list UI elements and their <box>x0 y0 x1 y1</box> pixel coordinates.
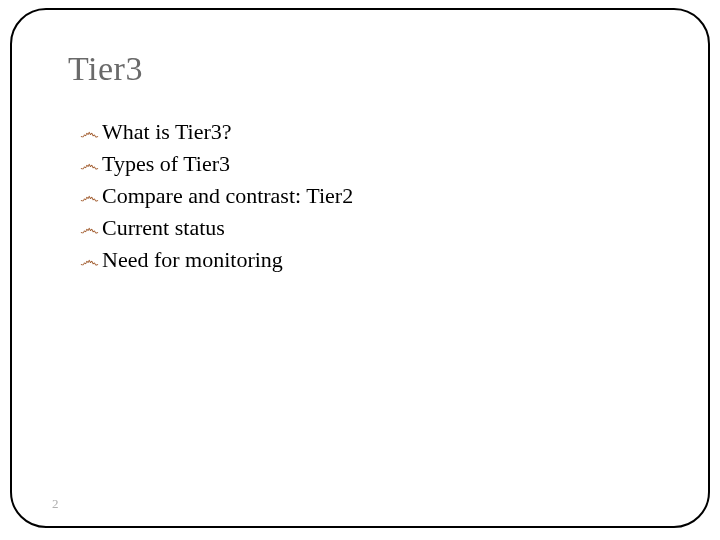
bullet-icon: ෴ <box>80 214 100 243</box>
bullet-text: Need for monitoring <box>102 244 283 276</box>
list-item: ෴ Types of Tier3 <box>80 148 652 180</box>
list-item: ෴ Need for monitoring <box>80 244 652 276</box>
slide-frame: Tier3 ෴ What is Tier3? ෴ Types of Tier3 … <box>10 8 710 528</box>
page-number: 2 <box>52 496 59 512</box>
bullet-text: Current status <box>102 212 225 244</box>
list-item: ෴ Current status <box>80 212 652 244</box>
slide-title: Tier3 <box>68 50 652 88</box>
bullet-icon: ෴ <box>80 118 100 147</box>
list-item: ෴ Compare and contrast: Tier2 <box>80 180 652 212</box>
bullet-list: ෴ What is Tier3? ෴ Types of Tier3 ෴ Comp… <box>80 116 652 275</box>
bullet-text: Types of Tier3 <box>102 148 230 180</box>
list-item: ෴ What is Tier3? <box>80 116 652 148</box>
bullet-icon: ෴ <box>80 246 100 275</box>
bullet-text: What is Tier3? <box>102 116 232 148</box>
bullet-icon: ෴ <box>80 182 100 211</box>
bullet-icon: ෴ <box>80 150 100 179</box>
bullet-text: Compare and contrast: Tier2 <box>102 180 353 212</box>
